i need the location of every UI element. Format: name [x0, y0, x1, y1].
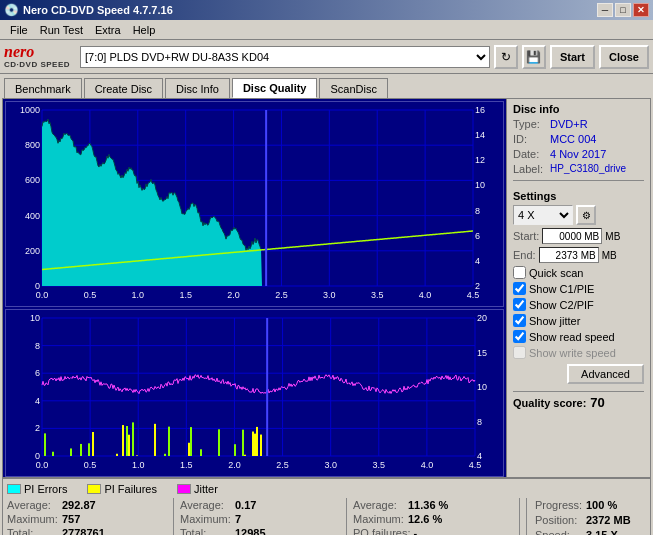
pi-failures-color	[87, 484, 101, 494]
show-write-label: Show write speed	[529, 347, 616, 359]
label-value: HP_C3180_drive	[550, 163, 626, 175]
disc-info-title: Disc info	[513, 103, 644, 115]
stats-grid: Average: 292.87 Maximum: 757 Total: 2778…	[7, 498, 646, 535]
pif-avg-value: 0.17	[235, 498, 256, 512]
start-input[interactable]	[542, 228, 602, 244]
show-c2pif-checkbox[interactable]	[513, 298, 526, 311]
show-c1-row: Show C1/PIE	[513, 282, 644, 295]
pi-failures-legend-label: PI Failures	[104, 483, 157, 495]
progress-label: Progress:	[535, 498, 583, 512]
pi-errors-color	[7, 484, 21, 494]
pi-max-label: Maximum:	[7, 512, 59, 526]
label-label: Label:	[513, 163, 548, 175]
quick-scan-row: Quick scan	[513, 266, 644, 279]
po-label: PO failures:	[353, 526, 410, 535]
position-value: 2372 MB	[586, 513, 631, 527]
show-read-row: Show read speed	[513, 330, 644, 343]
legend-pi-errors: PI Errors	[7, 483, 67, 495]
close-window-button[interactable]: ✕	[633, 3, 649, 17]
chart-area	[3, 99, 506, 477]
quality-value: 70	[590, 395, 604, 410]
menu-extra[interactable]: Extra	[89, 23, 127, 37]
maximize-button[interactable]: □	[615, 3, 631, 17]
progress-col: Progress: 100 % Position: 2372 MB Speed:…	[526, 498, 646, 535]
show-write-checkbox[interactable]	[513, 346, 526, 359]
menu-run-test[interactable]: Run Test	[34, 23, 89, 37]
show-read-checkbox[interactable]	[513, 330, 526, 343]
quality-label: Quality score:	[513, 397, 586, 409]
jitter-avg-label: Average:	[353, 498, 405, 512]
pi-errors-col: Average: 292.87 Maximum: 757 Total: 2778…	[7, 498, 167, 535]
jitter-max-label: Maximum:	[353, 512, 405, 526]
pi-avg-label: Average:	[7, 498, 59, 512]
end-input[interactable]	[539, 247, 599, 263]
progress-value: 100 %	[586, 498, 617, 512]
minimize-button[interactable]: ─	[597, 3, 613, 17]
app-logo: nero CD·DVD SPEED	[4, 44, 70, 69]
pi-errors-legend-label: PI Errors	[24, 483, 67, 495]
type-value: DVD+R	[550, 118, 588, 130]
show-c1pie-checkbox[interactable]	[513, 282, 526, 295]
chart-bottom	[5, 309, 504, 477]
disc-label-row: Label: HP_C3180_drive	[513, 163, 644, 175]
tab-scan-disc[interactable]: ScanDisc	[319, 78, 387, 98]
tab-disc-info[interactable]: Disc Info	[165, 78, 230, 98]
type-label: Type:	[513, 118, 548, 130]
pi-total-value: 2778761	[62, 526, 105, 535]
jitter-color	[177, 484, 191, 494]
show-c2-row: Show C2/PIF	[513, 298, 644, 311]
logo-sub: CD·DVD SPEED	[4, 60, 70, 69]
speed-label: Speed:	[535, 528, 583, 535]
disc-type-row: Type: DVD+R	[513, 118, 644, 130]
tab-benchmark[interactable]: Benchmark	[4, 78, 82, 98]
stats-bar: PI Errors PI Failures Jitter Average: 29…	[2, 478, 651, 535]
pi-failures-col: Average: 0.17 Maximum: 7 Total: 12985	[180, 498, 340, 535]
pi-total-label: Total:	[7, 526, 59, 535]
show-c2pif-label: Show C2/PIF	[529, 299, 594, 311]
show-jitter-checkbox[interactable]	[513, 314, 526, 327]
settings-title: Settings	[513, 190, 644, 202]
pif-max-value: 7	[235, 512, 241, 526]
drive-selector[interactable]: [7:0] PLDS DVD+RW DU-8A3S KD04	[80, 46, 490, 68]
speed-settings-icon[interactable]: ⚙	[576, 205, 596, 225]
side-panel: Disc info Type: DVD+R ID: MCC 004 Date: …	[506, 99, 650, 477]
quick-scan-label: Quick scan	[529, 267, 583, 279]
speed-row: 4 X Maximum 1 X 2 X 8 X ⚙	[513, 205, 644, 225]
id-label: ID:	[513, 133, 548, 145]
show-jitter-row: Show jitter	[513, 314, 644, 327]
tab-create-disc[interactable]: Create Disc	[84, 78, 163, 98]
toolbar: nero CD·DVD SPEED [7:0] PLDS DVD+RW DU-8…	[0, 40, 653, 74]
refresh-icon-button[interactable]: ↻	[494, 45, 518, 69]
speed-value: 3.15 X	[586, 528, 618, 535]
window-title: Nero CD-DVD Speed 4.7.7.16	[23, 4, 173, 16]
date-label: Date:	[513, 148, 548, 160]
start-button[interactable]: Start	[550, 45, 595, 69]
pif-total-value: 12985	[235, 526, 266, 535]
pi-avg-value: 292.87	[62, 498, 96, 512]
jitter-legend-label: Jitter	[194, 483, 218, 495]
quick-scan-checkbox[interactable]	[513, 266, 526, 279]
speed-selector[interactable]: 4 X Maximum 1 X 2 X 8 X	[513, 205, 573, 225]
tab-disc-quality[interactable]: Disc Quality	[232, 78, 318, 98]
end-label: End:	[513, 249, 536, 261]
legend-row: PI Errors PI Failures Jitter	[7, 481, 646, 497]
advanced-button[interactable]: Advanced	[567, 364, 644, 384]
pi-max-value: 757	[62, 512, 80, 526]
id-value: MCC 004	[550, 133, 596, 145]
close-button[interactable]: Close	[599, 45, 649, 69]
po-value: -	[413, 526, 417, 535]
menu-help[interactable]: Help	[127, 23, 162, 37]
position-label: Position:	[535, 513, 583, 527]
title-bar: 💿 Nero CD-DVD Speed 4.7.7.16 ─ □ ✕	[0, 0, 653, 20]
legend-jitter: Jitter	[177, 483, 218, 495]
pif-avg-label: Average:	[180, 498, 232, 512]
menu-file[interactable]: File	[4, 23, 34, 37]
menu-bar: File Run Test Extra Help	[0, 20, 653, 40]
pif-total-label: Total:	[180, 526, 232, 535]
chart-top	[5, 101, 504, 307]
pif-max-label: Maximum:	[180, 512, 232, 526]
save-icon-button[interactable]: 💾	[522, 45, 546, 69]
quality-row: Quality score: 70	[513, 391, 644, 410]
start-mb-unit: MB	[605, 231, 620, 242]
jitter-avg-value: 11.36 %	[408, 498, 448, 512]
